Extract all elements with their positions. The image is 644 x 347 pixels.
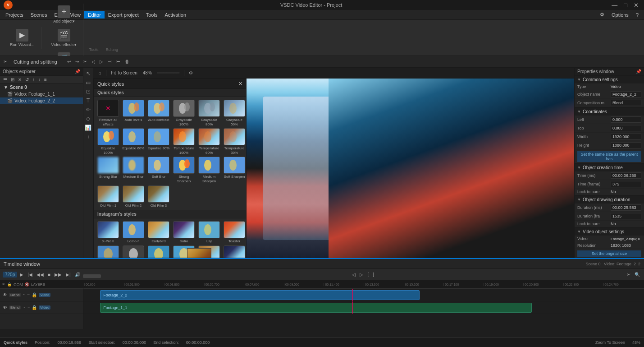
comp-value[interactable]: Blend (611, 100, 641, 106)
creation-time-header[interactable]: ▼ Object creation time (575, 164, 644, 171)
settings-icon[interactable]: ⚙ (596, 11, 608, 19)
effect-xpro-ii[interactable]: X-Pro II (96, 221, 120, 244)
track1-eye[interactable]: 👁 (3, 292, 7, 297)
effect-strong-blur[interactable]: Strong Blur (96, 157, 120, 183)
height-value[interactable]: 1080.000 (611, 142, 641, 148)
effect-inkwell[interactable]: Inkwell (122, 245, 145, 258)
effect-equalize-100[interactable]: Equalize 100% (96, 128, 120, 155)
tool-shapes[interactable]: ◇ (84, 115, 92, 123)
dur-fra-value[interactable]: 1535 (611, 213, 641, 219)
tree-item-footage1[interactable]: 🎬 Video: Footage_1_1 (0, 91, 83, 97)
tool-select[interactable]: ▭ (84, 79, 92, 87)
scene-root[interactable]: ▼ Scene 0 (0, 84, 83, 91)
time-ms-value[interactable]: 00:00:06.250 (611, 172, 641, 179)
tool-chart[interactable]: 📊 (84, 124, 92, 132)
effect-strong-sharpen[interactable]: Strong Sharpen (172, 157, 196, 183)
resolution-btn[interactable]: 720p (3, 272, 17, 278)
obj-name-value[interactable]: Footage_2_2 (611, 91, 641, 97)
effect-walden[interactable]: Walden (147, 245, 170, 258)
sub-tool-trim-left[interactable]: ⊣ (106, 59, 114, 65)
effect-old-film-1[interactable]: Old Film 1 (96, 185, 120, 208)
fit-to-screen-label[interactable]: Fit To Screen (109, 70, 139, 76)
preview-settings[interactable]: ⚙ (187, 70, 195, 76)
set-original-size-btn[interactable]: Set the original size (577, 250, 641, 257)
tool-add[interactable]: ＋ (84, 133, 92, 141)
menu-export[interactable]: Export project (105, 11, 142, 19)
mark-out[interactable]: ] (371, 272, 375, 278)
obj-tool-1[interactable]: ☰ (2, 77, 9, 83)
effect-medium-sharpen[interactable]: Medium Sharpen (197, 157, 221, 183)
vol-slider[interactable] (83, 274, 101, 278)
effect-old-film-2[interactable]: Old Film 2 (122, 185, 145, 208)
props-pin-icon[interactable]: 📌 (636, 69, 641, 74)
width-value[interactable]: 1920.000 (611, 134, 641, 140)
effect-soft-sharpen[interactable]: Soft Sharpen (223, 157, 246, 183)
obj-tool-4[interactable]: ↑ (31, 77, 36, 83)
minimize-btn[interactable]: — (610, 2, 619, 9)
sub-tool-trim-right[interactable]: ⊢ (114, 59, 122, 65)
effect-lily[interactable]: Lily (197, 221, 221, 244)
skip-start[interactable]: |◀ (26, 272, 34, 278)
sub-tool-2[interactable]: ↪ (73, 59, 81, 65)
mark-in[interactable]: [ (366, 272, 370, 278)
sub-tool-right[interactable]: ▷ (98, 59, 105, 65)
close-btn[interactable]: ✕ (632, 2, 640, 9)
zoom-slider[interactable]: ─────── (155, 70, 182, 76)
effect-toaster[interactable]: Toaster (223, 221, 246, 244)
tool-text[interactable]: T (84, 97, 92, 105)
effect-popcocket[interactable]: Popcocket (223, 245, 246, 258)
sub-tool-scissors[interactable]: ✂ (82, 59, 89, 65)
dur-ms-value[interactable]: 00:00:25.583 (611, 204, 641, 211)
menu-projects[interactable]: Projects (2, 11, 27, 19)
effect-grayscale-80[interactable]: Grayscale 80% (197, 100, 221, 126)
effect-auto-levels[interactable]: Auto levels (122, 100, 145, 126)
effect-equalize-60[interactable]: Equalize 60% (122, 128, 145, 155)
effect-old-film-3[interactable]: Old Film 3 (147, 185, 170, 208)
play-btn[interactable]: ▶ (18, 272, 25, 278)
tree-item-footage2[interactable]: 🎬 Video: Footage_2_2 (0, 97, 83, 104)
step-back[interactable]: ◀◀ (35, 272, 45, 278)
effect-remove-all[interactable]: Remove all effects (96, 100, 120, 126)
track2-eye[interactable]: 👁 (3, 305, 7, 310)
effect-sutro[interactable]: Sutro (172, 221, 196, 244)
menu-activation[interactable]: Activation (161, 11, 190, 19)
coordinates-header[interactable]: ▼ Coordinates (575, 108, 644, 116)
effect-soft-blur[interactable]: Soft Blur (147, 157, 170, 183)
tool-draw[interactable]: ✏ (84, 106, 92, 114)
obj-tool-5[interactable]: ↓ (37, 77, 42, 83)
effect-brannan[interactable]: Brannan (96, 245, 120, 258)
tool-arrow[interactable]: ↖ (84, 69, 92, 78)
run-wizard-btn[interactable]: ▶ Run Wizard... (7, 27, 37, 49)
effect-equalize-30[interactable]: Equalize 30% (147, 128, 170, 155)
next-frame[interactable]: ▷ (358, 272, 365, 278)
track1-lock[interactable]: 🔒 (32, 292, 37, 297)
menu-editor[interactable]: Editor (84, 11, 105, 19)
objects-panel-pin[interactable]: 📌 (75, 69, 80, 74)
time-frame-value[interactable]: 375 (611, 181, 641, 187)
tool-crop[interactable]: ⊡ (84, 88, 92, 96)
sub-tool-1[interactable]: ↩ (65, 59, 73, 65)
maximize-btn[interactable]: □ (622, 2, 629, 9)
playhead[interactable] (352, 289, 353, 301)
stop-btn[interactable]: ■ (46, 272, 52, 278)
options-btn[interactable]: Options (608, 11, 632, 19)
effect-temp-30[interactable]: Temperature 30% (223, 128, 246, 155)
zoom-timeline[interactable]: 🔍 (633, 272, 641, 278)
parent-size-btn[interactable]: Set the same size as the parent has (577, 151, 641, 162)
eye-all-icon[interactable]: 👁 (2, 282, 5, 287)
help-btn[interactable]: ? (632, 11, 642, 19)
preview-home[interactable]: ⌂ (97, 70, 103, 76)
step-fwd[interactable]: ▶▶ (53, 272, 63, 278)
top-value[interactable]: 0.000 (611, 125, 641, 131)
effect-medium-blur[interactable]: Medium Blur (122, 157, 145, 183)
sub-tool-delete[interactable]: 🗑 (123, 59, 131, 65)
scissors-tool[interactable]: ✂ (626, 272, 632, 278)
quick-styles-close-btn[interactable]: ✕ (238, 81, 242, 87)
effect-temp-60[interactable]: Temperature 60% (197, 128, 221, 155)
track2-lock[interactable]: 🔒 (32, 305, 37, 310)
video-settings-header[interactable]: ▼ Video object settings (575, 228, 644, 236)
menu-tools[interactable]: Tools (142, 11, 161, 19)
mute-icon[interactable]: 🔇 (25, 282, 29, 287)
lock-all-icon[interactable]: 🔒 (7, 282, 12, 287)
obj-tool-delete[interactable]: ✕ (17, 77, 23, 83)
